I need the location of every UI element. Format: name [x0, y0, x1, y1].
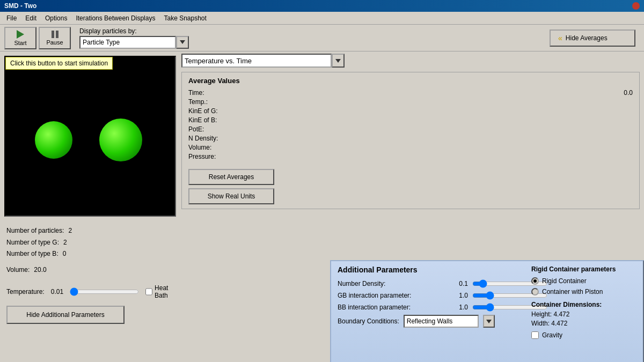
menu-options[interactable]: Options	[41, 13, 71, 23]
display-particles-label: Display particles by:	[79, 27, 189, 35]
simulation-canvas: Click this button to start simulation	[4, 56, 176, 217]
avg-row-volume: Volume:	[188, 144, 633, 151]
reset-averages-button[interactable]: Reset Averages	[188, 169, 274, 185]
params-right-section: Rigid Container parameters Rigid Contain…	[525, 261, 643, 343]
tooltip-box: Click this button to start simulation	[5, 57, 113, 70]
dim-width-row: Width: 4.472	[531, 320, 636, 327]
boundary-conditions-dropdown-btn[interactable]	[483, 315, 495, 328]
rigid-container-radio-row: Rigid Container	[531, 277, 636, 285]
chart-dropdown-btn[interactable]	[332, 54, 345, 68]
avg-row-kine-b: KinE of B:	[188, 116, 633, 124]
particle-type-select[interactable]	[79, 36, 176, 49]
close-button[interactable]	[632, 2, 640, 10]
particle-2	[99, 119, 142, 161]
avg-row-n-density: N Density:	[188, 135, 633, 142]
menu-bar: File Edit Options Iterations Between Dis…	[0, 12, 644, 25]
particle-type-dropdown-btn[interactable]	[176, 36, 189, 49]
left-arrow-icon: «	[558, 34, 562, 42]
menu-file[interactable]: File	[2, 13, 21, 23]
left-panel: Click this button to start simulation Nu…	[0, 51, 177, 362]
avg-row-temp: Temp.:	[188, 98, 633, 106]
additional-params-panel: Additional Parameters Number Density: 0.…	[330, 260, 644, 362]
dim-height-row: Height: 4.472	[531, 311, 636, 318]
rigid-container-radio[interactable]	[531, 277, 539, 285]
boundary-chevron-icon	[486, 320, 492, 323]
menu-snapshot[interactable]: Take Snapshot	[159, 13, 210, 23]
app-title: SMD - Two	[4, 2, 36, 10]
stats-num-particles: Number of particles: 2	[6, 225, 171, 237]
avg-row-time: Time: 0.0	[188, 89, 633, 97]
averages-title: Average Values	[188, 77, 633, 85]
avg-row-kine-g: KinE of G:	[188, 107, 633, 115]
chart-chevron-icon	[335, 59, 341, 63]
menu-iterations[interactable]: Iterations Between Displays	[71, 13, 159, 23]
main-content: Start Pause Display particles by: « Hide…	[0, 25, 644, 362]
stats-num-type-g: Number of type G: 2	[6, 237, 171, 249]
boundary-conditions-select[interactable]	[404, 315, 479, 328]
averages-panel: Average Values Time: 0.0 Temp.: KinE of …	[181, 72, 640, 209]
temperature-slider[interactable]	[70, 287, 139, 296]
hide-additional-params-button[interactable]: Hide Additional Parameters	[6, 306, 125, 324]
gravity-checkbox[interactable]	[531, 331, 539, 339]
stats-area: Number of particles: 2 Number of type G:…	[0, 221, 177, 280]
container-with-piston-radio-row: Container with Piston	[531, 288, 636, 295]
heat-bath-wrap: Heat Bath	[145, 284, 171, 299]
toolbar: Start Pause Display particles by: « Hide…	[0, 25, 644, 51]
chart-select[interactable]	[181, 54, 332, 68]
title-bar: SMD - Two	[0, 0, 644, 12]
stats-volume: Volume: 20.0	[6, 264, 171, 276]
pause-button[interactable]: Pause	[39, 27, 71, 49]
heat-bath-checkbox[interactable]	[145, 288, 152, 295]
gravity-row: Gravity	[531, 331, 636, 339]
display-select-wrap	[79, 36, 189, 49]
stats-num-type-b: Number of type B: 0	[6, 248, 171, 260]
avg-row-pressure: Pressure:	[188, 153, 633, 160]
start-button[interactable]: Start	[4, 27, 36, 49]
hide-averages-button[interactable]: « Hide Averages	[550, 29, 635, 47]
container-with-piston-radio[interactable]	[531, 288, 539, 295]
body-area: Click this button to start simulation Nu…	[0, 51, 644, 362]
display-particles-group: Display particles by:	[79, 27, 189, 49]
avg-row-pote: PotE:	[188, 125, 633, 133]
chevron-down-icon	[180, 40, 185, 44]
particle-1	[35, 121, 72, 159]
chart-select-wrap	[181, 54, 640, 68]
rigid-container-params-title: Rigid Container parameters	[531, 265, 636, 273]
temperature-row: Temperature: 0.01 Heat Bath	[0, 280, 177, 304]
container-dimensions: Container Dimensions: Height: 4.472 Widt…	[531, 301, 636, 327]
menu-edit[interactable]: Edit	[21, 13, 41, 23]
pause-icon	[52, 31, 58, 38]
play-icon	[17, 30, 24, 39]
avg-buttons: Reset Averages Show Real Units	[188, 169, 633, 204]
show-real-units-button[interactable]: Show Real Units	[188, 188, 274, 204]
